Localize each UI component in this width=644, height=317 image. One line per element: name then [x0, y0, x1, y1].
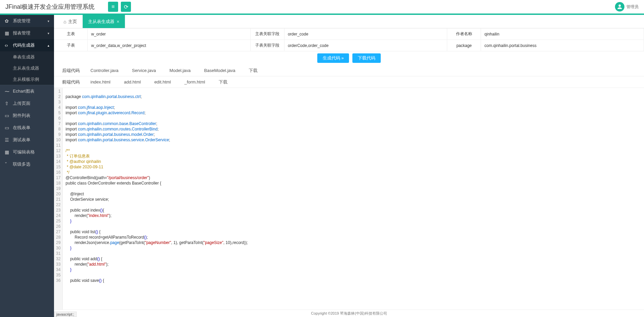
status-indicator: javascript:;	[54, 312, 77, 317]
label-author: 作者名称	[447, 28, 481, 40]
tab-index[interactable]: index.html	[90, 79, 110, 84]
avatar-icon	[615, 2, 624, 11]
sidebar-item-testform[interactable]: ☰ 测试表单	[0, 134, 54, 146]
form: 主表 主表关联字段 作者名称 子表 子表关联字段 package	[54, 28, 644, 51]
frontend-tabs: 前端代码 index.html add.html edit.html _form…	[54, 76, 644, 88]
gear-icon: ✿	[5, 18, 10, 24]
label-package: package	[447, 40, 481, 51]
sidebar-sub-masterdetail[interactable]: 主从表生成器	[0, 63, 54, 74]
backend-label: 后端代码	[62, 68, 80, 74]
sidebar-item-upload[interactable]: ⇧ 上传页面	[0, 97, 54, 109]
user-info[interactable]: 管理员	[615, 2, 639, 11]
user-name: 管理员	[626, 4, 639, 10]
svg-point-0	[619, 4, 621, 7]
input-package[interactable]	[484, 43, 640, 48]
chevron-down-icon: ▾	[48, 31, 49, 35]
menu-toggle-button[interactable]: ≡	[108, 2, 118, 12]
pulse-icon: ⁓	[5, 89, 10, 94]
sidebar-item-edittable[interactable]: ▦ 可编辑表格	[0, 146, 54, 158]
grid-icon: ▦	[5, 30, 10, 36]
sidebar-item-system[interactable]: ✿ 系统管理 ▾	[0, 15, 54, 27]
tab-active[interactable]: 主从表生成器 ×	[83, 15, 125, 28]
chevron-icon: ˅	[5, 162, 10, 167]
sidebar-item-cascade[interactable]: ˅ 联级多选	[0, 158, 54, 170]
frontend-label: 前端代码	[62, 79, 80, 85]
tab-service[interactable]: Service.java	[132, 68, 156, 73]
page-tabs: ⌂ 主页 主从表生成器 ×	[54, 15, 644, 28]
code-body[interactable]: package com.qinhailin.portal.business.ct…	[63, 88, 250, 310]
close-icon[interactable]: ×	[116, 19, 119, 24]
list-icon: ☰	[5, 137, 10, 143]
tab-model[interactable]: Model.java	[169, 68, 191, 73]
line-gutter: 1234567891011121314151617181920212223242…	[54, 88, 63, 310]
upload-icon: ⇧	[5, 101, 10, 106]
input-main-table[interactable]	[91, 32, 247, 36]
label-main-fk: 主表关联字段	[251, 28, 285, 40]
download-button[interactable]: 下载代码	[352, 53, 381, 63]
form-icon: ▭	[5, 125, 10, 130]
tab-controller[interactable]: Controller.java	[90, 68, 118, 73]
label-sub-fk: 子表关联字段	[251, 40, 285, 51]
label-main-table: 主表	[54, 28, 88, 40]
refresh-icon: ⟳	[124, 4, 128, 10]
refresh-button[interactable]: ⟳	[121, 2, 131, 12]
sidebar-sub-single[interactable]: 单表生成器	[0, 51, 54, 63]
input-sub-fk[interactable]	[288, 43, 444, 48]
generate-button[interactable]: 生成代码 »	[317, 53, 349, 63]
sidebar-item-codegen[interactable]: ‹› 代码生成器 ▴	[0, 39, 54, 51]
app-title: JFinal极速开发企业应用管理系统	[5, 3, 95, 11]
chevron-up-icon: ▴	[48, 44, 49, 47]
tab-download-back[interactable]: 下载	[249, 68, 258, 74]
backend-tabs: 后端代码 Controller.java Service.java Model.…	[54, 65, 644, 76]
home-icon: ⌂	[63, 19, 66, 24]
sidebar-sub-template[interactable]: 主从模板示例	[0, 74, 54, 85]
sidebar: ✿ 系统管理 ▾ ▦ 报表管理 ▾ ‹› 代码生成器 ▴ 单表生成器 主从表生成…	[0, 15, 54, 317]
tab-edit[interactable]: edit.html	[154, 79, 171, 84]
sidebar-item-echart[interactable]: ⁓ Echart图表	[0, 85, 54, 97]
code-editor[interactable]: 1234567891011121314151617181920212223242…	[54, 88, 644, 310]
table-icon: ▦	[5, 149, 10, 155]
sidebar-item-attach[interactable]: ▭ 附件列表	[0, 109, 54, 122]
sidebar-item-report[interactable]: ▦ 报表管理 ▾	[0, 27, 54, 39]
copyright: Copyright ©2019 琴海森林(中国)科技有限公司	[311, 311, 387, 316]
tab-basemodel[interactable]: BaseModel.java	[204, 68, 236, 73]
menu-icon: ≡	[111, 4, 114, 10]
tab-form[interactable]: _form.html	[184, 79, 205, 84]
header-buttons: ≡ ⟳	[108, 2, 131, 12]
tab-download-front[interactable]: 下载	[219, 79, 227, 85]
label-sub-table: 子表	[54, 40, 88, 51]
header: JFinal极速开发企业应用管理系统 ≡ ⟳ 管理员	[0, 0, 644, 15]
code-icon: ‹›	[5, 43, 10, 48]
tab-home[interactable]: ⌂ 主页	[58, 15, 83, 28]
input-author[interactable]	[484, 32, 640, 36]
chevron-down-icon: ▾	[48, 19, 49, 23]
input-main-fk[interactable]	[288, 32, 444, 36]
action-row: 生成代码 » 下载代码	[54, 51, 644, 65]
footer: Copyright ©2019 琴海森林(中国)科技有限公司 javascrip…	[54, 310, 644, 317]
input-sub-table[interactable]	[91, 43, 247, 48]
sidebar-item-form[interactable]: ▭ 在线表单	[0, 122, 54, 134]
tab-add[interactable]: add.html	[124, 79, 141, 84]
book-icon: ▭	[5, 113, 10, 118]
